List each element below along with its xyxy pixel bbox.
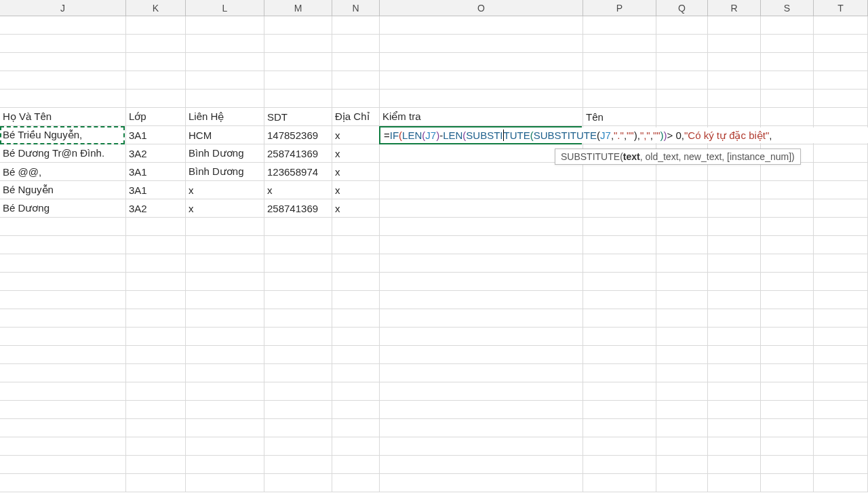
cell[interactable] [708,401,761,419]
cell[interactable] [126,364,186,382]
cell[interactable] [332,254,380,273]
cell[interactable] [0,328,126,346]
cell[interactable] [126,291,186,309]
cell[interactable] [656,456,708,474]
cell[interactable] [708,456,761,474]
cell[interactable] [814,328,868,346]
cell[interactable] [656,71,708,90]
cell[interactable] [380,254,583,273]
cell[interactable] [656,181,708,199]
cell[interactable] [380,346,583,364]
cell[interactable] [814,474,868,492]
cell[interactable] [761,328,814,346]
cell[interactable] [761,346,814,364]
cell[interactable] [814,90,868,108]
cell[interactable] [583,346,656,364]
cell[interactable] [656,401,708,419]
cell[interactable] [332,273,380,291]
cell[interactable] [186,71,264,90]
cell-address[interactable]: x [332,144,380,163]
cell[interactable] [656,16,708,35]
cell[interactable] [380,273,583,291]
cell-address[interactable]: x [332,199,380,218]
cell[interactable] [708,163,761,181]
cell[interactable] [814,218,868,236]
header-class[interactable]: Lớp [126,108,186,126]
cell[interactable] [264,90,332,108]
cell[interactable] [264,401,332,419]
cell[interactable] [583,328,656,346]
cell[interactable] [761,309,814,328]
col-header-Q[interactable]: Q [656,0,708,16]
cell[interactable] [380,144,583,163]
cell[interactable] [583,35,656,53]
cell[interactable] [708,199,761,218]
cell[interactable] [380,382,583,401]
cell[interactable] [814,456,868,474]
formula-edit-text[interactable]: =IF(LEN(J7) - LEN(SUBSTITUTE(SUBSTITUTE(… [381,127,868,143]
cell[interactable] [708,437,761,456]
col-header-K[interactable]: K [126,0,186,16]
cell[interactable] [0,474,126,492]
cell-address[interactable]: x [332,163,380,181]
cell[interactable] [761,108,814,126]
cell[interactable] [126,346,186,364]
cell[interactable] [126,71,186,90]
cell[interactable] [126,309,186,328]
cell-name[interactable]: Bé Nguyễn [0,181,126,199]
cell-phone[interactable]: 123658974 [264,163,332,181]
cell[interactable] [0,456,126,474]
cell[interactable] [186,16,264,35]
cell[interactable] [126,328,186,346]
cell[interactable] [0,437,126,456]
cell[interactable] [332,236,380,254]
cell-contact[interactable]: HCM [186,126,264,144]
cell[interactable] [708,474,761,492]
header-name[interactable]: Họ Và Tên [0,108,126,126]
cell[interactable] [708,273,761,291]
cell[interactable] [583,456,656,474]
cell[interactable] [186,309,264,328]
cell[interactable] [656,474,708,492]
cell[interactable] [656,254,708,273]
cell[interactable] [583,382,656,401]
cell[interactable] [656,291,708,309]
cell[interactable] [126,35,186,53]
cell[interactable] [761,401,814,419]
cell[interactable] [583,419,656,437]
cell-class[interactable]: 3A2 [126,144,186,163]
cell[interactable] [332,382,380,401]
cell[interactable] [0,218,126,236]
cell[interactable] [186,218,264,236]
cell[interactable] [332,53,380,71]
cell[interactable] [126,456,186,474]
cell[interactable] [186,35,264,53]
cell[interactable] [264,474,332,492]
cell[interactable] [656,35,708,53]
cell[interactable] [583,273,656,291]
cell[interactable] [814,273,868,291]
cell[interactable] [380,181,583,199]
cell[interactable] [264,346,332,364]
cell[interactable] [186,437,264,456]
col-header-L[interactable]: L [186,0,264,16]
cell[interactable] [0,401,126,419]
cell[interactable] [656,437,708,456]
cell[interactable] [332,456,380,474]
cell[interactable] [814,419,868,437]
cell[interactable] [380,16,583,35]
cell[interactable] [380,53,583,71]
cell[interactable] [126,90,186,108]
cell[interactable] [264,53,332,71]
cell[interactable] [761,53,814,71]
cell[interactable] [332,35,380,53]
cell[interactable] [186,328,264,346]
cell[interactable] [126,218,186,236]
cell[interactable] [264,328,332,346]
col-header-J[interactable]: J [0,0,126,16]
cell[interactable] [761,218,814,236]
col-header-P[interactable]: P [583,0,656,16]
cell[interactable] [656,382,708,401]
cell[interactable] [583,401,656,419]
cell[interactable] [761,254,814,273]
